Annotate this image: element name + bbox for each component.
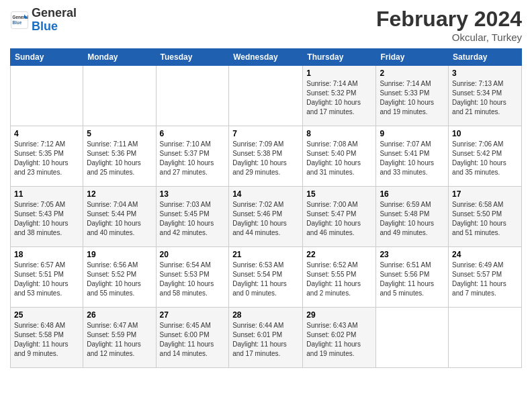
calendar-cell: 27Sunrise: 6:45 AMSunset: 6:00 PMDayligh…	[156, 308, 229, 368]
calendar-cell: 1Sunrise: 7:14 AMSunset: 5:32 PMDaylight…	[303, 66, 376, 126]
day-info: Sunrise: 6:54 AMSunset: 5:53 PMDaylight:…	[160, 261, 226, 298]
calendar-cell: 18Sunrise: 6:57 AMSunset: 5:51 PMDayligh…	[11, 247, 83, 308]
day-info: Sunrise: 6:52 AMSunset: 5:55 PMDaylight:…	[306, 261, 372, 298]
calendar-week-row: 25Sunrise: 6:48 AMSunset: 5:58 PMDayligh…	[11, 308, 522, 368]
day-number: 22	[306, 250, 372, 259]
calendar-cell: 22Sunrise: 6:52 AMSunset: 5:55 PMDayligh…	[303, 247, 376, 308]
day-info: Sunrise: 7:09 AMSunset: 5:38 PMDaylight:…	[232, 140, 299, 177]
calendar-cell: 21Sunrise: 6:53 AMSunset: 5:54 PMDayligh…	[229, 247, 303, 308]
column-header-sunday: Sunday	[11, 49, 83, 66]
day-number: 28	[232, 310, 299, 320]
calendar-cell: 24Sunrise: 6:49 AMSunset: 5:57 PMDayligh…	[449, 247, 522, 308]
day-number: 23	[380, 250, 445, 259]
calendar-cell	[449, 308, 522, 368]
calendar-cell: 11Sunrise: 7:05 AMSunset: 5:43 PMDayligh…	[11, 187, 83, 247]
day-info: Sunrise: 6:57 AMSunset: 5:51 PMDaylight:…	[14, 261, 79, 298]
day-info: Sunrise: 7:14 AMSunset: 5:33 PMDaylight:…	[380, 79, 445, 117]
day-number: 16	[380, 189, 445, 199]
day-info: Sunrise: 7:06 AMSunset: 5:42 PMDaylight:…	[452, 140, 518, 177]
day-info: Sunrise: 7:14 AMSunset: 5:32 PMDaylight:…	[306, 79, 372, 117]
day-info: Sunrise: 7:12 AMSunset: 5:35 PMDaylight:…	[14, 140, 79, 177]
day-number: 25	[14, 310, 79, 320]
day-info: Sunrise: 7:05 AMSunset: 5:43 PMDaylight:…	[14, 200, 79, 238]
day-info: Sunrise: 7:08 AMSunset: 5:40 PMDaylight:…	[306, 140, 372, 177]
calendar-cell	[156, 66, 229, 126]
calendar-cell: 12Sunrise: 7:04 AMSunset: 5:44 PMDayligh…	[83, 187, 156, 247]
day-info: Sunrise: 7:02 AMSunset: 5:46 PMDaylight:…	[232, 200, 299, 238]
day-number: 19	[87, 250, 152, 259]
logo-text: General Blue	[32, 7, 77, 34]
day-number: 17	[452, 189, 518, 199]
day-number: 27	[160, 310, 226, 320]
calendar-cell: 29Sunrise: 6:43 AMSunset: 6:02 PMDayligh…	[303, 308, 376, 368]
day-number: 14	[232, 189, 299, 199]
calendar-cell: 13Sunrise: 7:03 AMSunset: 5:45 PMDayligh…	[156, 187, 229, 247]
day-number: 26	[87, 310, 152, 320]
day-number: 1	[306, 68, 372, 78]
calendar-cell: 8Sunrise: 7:08 AMSunset: 5:40 PMDaylight…	[303, 126, 376, 187]
day-info: Sunrise: 7:04 AMSunset: 5:44 PMDaylight:…	[87, 200, 152, 238]
day-info: Sunrise: 6:53 AMSunset: 5:54 PMDaylight:…	[232, 261, 299, 298]
day-info: Sunrise: 7:10 AMSunset: 5:37 PMDaylight:…	[160, 140, 226, 177]
day-number: 20	[160, 250, 226, 259]
calendar-cell: 17Sunrise: 6:58 AMSunset: 5:50 PMDayligh…	[449, 187, 522, 247]
calendar-week-row: 1Sunrise: 7:14 AMSunset: 5:32 PMDaylight…	[11, 66, 522, 126]
column-header-wednesday: Wednesday	[229, 49, 303, 66]
calendar-table: SundayMondayTuesdayWednesdayThursdayFrid…	[10, 48, 522, 368]
logo: General Blue General Blue	[10, 7, 77, 34]
day-number: 2	[380, 68, 445, 78]
day-number: 3	[452, 68, 518, 78]
calendar-week-row: 4Sunrise: 7:12 AMSunset: 5:35 PMDaylight…	[11, 126, 522, 187]
day-number: 5	[87, 129, 152, 138]
calendar-cell: 19Sunrise: 6:56 AMSunset: 5:52 PMDayligh…	[83, 247, 156, 308]
title-block: February 2024 Okcular, Turkey	[376, 7, 522, 43]
day-info: Sunrise: 7:03 AMSunset: 5:45 PMDaylight:…	[160, 200, 226, 238]
calendar-cell: 28Sunrise: 6:44 AMSunset: 6:01 PMDayligh…	[229, 308, 303, 368]
day-number: 8	[306, 129, 372, 138]
day-number: 11	[14, 189, 79, 199]
calendar-cell: 5Sunrise: 7:11 AMSunset: 5:36 PMDaylight…	[83, 126, 156, 187]
day-number: 29	[306, 310, 372, 320]
calendar-cell: 6Sunrise: 7:10 AMSunset: 5:37 PMDaylight…	[156, 126, 229, 187]
column-header-monday: Monday	[83, 49, 156, 66]
day-number: 15	[306, 189, 372, 199]
month-year-title: February 2024	[376, 7, 522, 32]
day-info: Sunrise: 7:13 AMSunset: 5:34 PMDaylight:…	[452, 79, 518, 117]
calendar-cell: 14Sunrise: 7:02 AMSunset: 5:46 PMDayligh…	[229, 187, 303, 247]
calendar-cell	[229, 66, 303, 126]
day-number: 12	[87, 189, 152, 199]
day-number: 6	[160, 129, 226, 138]
calendar-cell: 2Sunrise: 7:14 AMSunset: 5:33 PMDaylight…	[376, 66, 449, 126]
day-info: Sunrise: 6:43 AMSunset: 6:02 PMDaylight:…	[306, 321, 372, 359]
calendar-cell: 20Sunrise: 6:54 AMSunset: 5:53 PMDayligh…	[156, 247, 229, 308]
calendar-cell: 26Sunrise: 6:47 AMSunset: 5:59 PMDayligh…	[83, 308, 156, 368]
calendar-cell: 23Sunrise: 6:51 AMSunset: 5:56 PMDayligh…	[376, 247, 449, 308]
calendar-cell: 9Sunrise: 7:07 AMSunset: 5:41 PMDaylight…	[376, 126, 449, 187]
svg-text:Blue: Blue	[13, 19, 22, 24]
day-info: Sunrise: 6:44 AMSunset: 6:01 PMDaylight:…	[232, 321, 299, 359]
calendar-cell: 25Sunrise: 6:48 AMSunset: 5:58 PMDayligh…	[11, 308, 83, 368]
calendar-week-row: 11Sunrise: 7:05 AMSunset: 5:43 PMDayligh…	[11, 187, 522, 247]
calendar-cell	[376, 308, 449, 368]
day-number: 4	[14, 129, 79, 138]
day-info: Sunrise: 6:56 AMSunset: 5:52 PMDaylight:…	[87, 261, 152, 298]
day-info: Sunrise: 7:07 AMSunset: 5:41 PMDaylight:…	[380, 140, 445, 177]
calendar-cell: 16Sunrise: 6:59 AMSunset: 5:48 PMDayligh…	[376, 187, 449, 247]
column-header-tuesday: Tuesday	[156, 49, 229, 66]
day-number: 7	[232, 129, 299, 138]
calendar-cell: 3Sunrise: 7:13 AMSunset: 5:34 PMDaylight…	[449, 66, 522, 126]
day-info: Sunrise: 6:51 AMSunset: 5:56 PMDaylight:…	[380, 261, 445, 298]
calendar-cell: 15Sunrise: 7:00 AMSunset: 5:47 PMDayligh…	[303, 187, 376, 247]
day-info: Sunrise: 6:45 AMSunset: 6:00 PMDaylight:…	[160, 321, 226, 359]
calendar-cell: 7Sunrise: 7:09 AMSunset: 5:38 PMDaylight…	[229, 126, 303, 187]
day-info: Sunrise: 6:48 AMSunset: 5:58 PMDaylight:…	[14, 321, 79, 359]
day-info: Sunrise: 7:00 AMSunset: 5:47 PMDaylight:…	[306, 200, 372, 238]
page-header: General Blue General Blue February 2024 …	[10, 7, 522, 43]
location-subtitle: Okcular, Turkey	[376, 32, 522, 43]
column-header-thursday: Thursday	[303, 49, 376, 66]
day-info: Sunrise: 6:47 AMSunset: 5:59 PMDaylight:…	[87, 321, 152, 359]
day-info: Sunrise: 6:58 AMSunset: 5:50 PMDaylight:…	[452, 200, 518, 238]
day-info: Sunrise: 6:49 AMSunset: 5:57 PMDaylight:…	[452, 261, 518, 298]
calendar-cell	[11, 66, 83, 126]
day-number: 10	[452, 129, 518, 138]
